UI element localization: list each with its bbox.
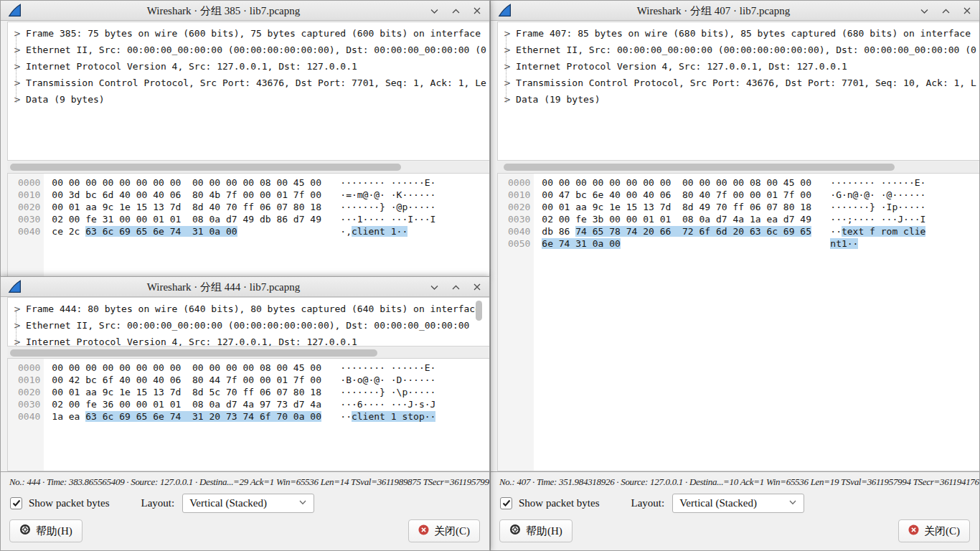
hex-row[interactable]: 002000 01 aa 9c 1e 15 13 7d 8d 49 70 ff … (498, 202, 979, 214)
chevron-down-icon (298, 497, 307, 509)
scrollbar-thumb[interactable] (10, 349, 377, 357)
horizontal-scrollbar[interactable] (7, 161, 488, 173)
bytes-text: ·· (830, 226, 842, 237)
hex-row[interactable]: 000000 00 00 00 00 00 00 00 00 00 00 00 … (8, 177, 489, 189)
wireshark-logo-icon (7, 279, 22, 297)
layout-dropdown[interactable]: Vertical (Stacked) (182, 494, 314, 513)
packet-details-pane: >Frame 444: 80 bytes on wire (640 bits),… (7, 297, 489, 347)
hex-row[interactable]: 00506e 74 31 0a 00nt1·· (498, 238, 979, 250)
show-packet-bytes-checkbox[interactable] (10, 497, 22, 509)
bytes-text: ········ ······E· (340, 177, 435, 188)
expander-icon[interactable]: > (14, 29, 21, 39)
help-button[interactable]: 帮助(H) (499, 519, 573, 542)
ascii-bytes: ········ ······E· (340, 177, 435, 188)
packet-tree-row[interactable]: >Ethernet II, Src: 00:00:00_00:00:00 (00… (498, 44, 979, 61)
packet-tree-row[interactable]: >Frame 385: 75 bytes on wire (600 bits),… (8, 28, 489, 44)
expander-icon[interactable]: > (504, 62, 511, 72)
close-circle-icon (908, 524, 919, 538)
bytes-text: ·······} ·\p····· (340, 387, 435, 397)
packet-tree-row[interactable]: >Frame 444: 80 bytes on wire (640 bits),… (8, 303, 489, 320)
layout-label: Layout: (141, 497, 174, 509)
wireshark-packet-window-444: Wireshark · 分组 444 · lib7.pcapng >Frame … (0, 276, 490, 551)
horizontal-scrollbar[interactable] (7, 347, 488, 359)
horizontal-scrollbar[interactable] (497, 161, 978, 173)
hex-row[interactable]: 001000 47 bc 6e 40 00 40 06 80 40 7f 00 … (498, 189, 979, 202)
titlebar[interactable]: Wireshark · 分组 444 · lib7.pcapng (1, 277, 489, 297)
minimize-button[interactable] (919, 6, 929, 16)
hex-row[interactable]: 000000 00 00 00 00 00 00 00 00 00 00 00 … (8, 362, 489, 375)
minimize-button[interactable] (429, 282, 439, 292)
expander-icon[interactable]: > (14, 321, 21, 331)
packet-tree-row[interactable]: >Internet Protocol Version 4, Src: 127.0… (498, 61, 979, 77)
wireshark-packet-window-385: Wireshark · 分组 385 · lib7.pcapng >Frame … (0, 0, 490, 277)
titlebar[interactable]: Wireshark · 分组 407 · lib7.pcapng (491, 1, 979, 21)
ascii-bytes: ·······} ·Ip····· (830, 202, 925, 212)
hex-offset: 0000 (498, 177, 530, 188)
selected-bytes: nt1·· (830, 238, 858, 249)
packet-tree-row[interactable]: >Data (9 bytes) (8, 94, 489, 110)
expander-icon[interactable]: > (14, 337, 21, 347)
expander-icon[interactable]: > (504, 45, 511, 55)
close-circle-icon (418, 524, 429, 538)
titlebar[interactable]: Wireshark · 分组 385 · lib7.pcapng (1, 1, 489, 21)
ascii-bytes: ··client 1 stop·· (340, 411, 435, 422)
packet-tree-row[interactable]: >Data (19 bytes) (498, 94, 979, 110)
hex-offset: 0030 (8, 399, 40, 410)
packet-tree-row[interactable]: >Internet Protocol Version 4, Src: 127.0… (8, 336, 489, 347)
hex-row[interactable]: 002000 01 aa 9c 1e 15 13 7d 8d 5c 70 ff … (8, 387, 489, 399)
expander-icon[interactable]: > (14, 62, 21, 72)
expander-icon[interactable]: > (14, 304, 21, 314)
hex-row[interactable]: 003002 00 fe 3b 00 00 01 01 08 0a d7 4a … (498, 214, 979, 226)
hex-bytes: 02 00 fe 31 00 00 01 01 08 0a d7 49 db 8… (52, 214, 324, 225)
hex-row[interactable]: 001000 42 bc 6f 40 00 40 06 80 44 7f 00 … (8, 375, 489, 387)
expander-icon[interactable]: > (14, 95, 21, 105)
show-packet-bytes-checkbox[interactable] (500, 497, 512, 509)
expander-icon[interactable]: > (504, 78, 511, 88)
packet-tree-row[interactable]: >Frame 407: 85 bytes on wire (680 bits),… (498, 28, 979, 44)
packet-tree-label: Ethernet II, Src: 00:00:00_00:00:00 (00:… (26, 44, 486, 55)
expander-icon[interactable]: > (14, 45, 21, 55)
hex-row[interactable]: 000000 00 00 00 00 00 00 00 00 00 00 00 … (498, 177, 979, 189)
maximize-button[interactable] (941, 6, 951, 16)
maximize-button[interactable] (451, 282, 461, 292)
hex-row[interactable]: 003002 00 fe 31 00 00 01 01 08 0a d7 49 … (8, 214, 489, 226)
scrollbar-thumb[interactable] (504, 164, 895, 171)
bytes-text: ···;···· ···J···I (830, 214, 925, 225)
window-title: Wireshark · 分组 407 · lib7.pcapng (519, 1, 908, 21)
packet-tree-row[interactable]: >Ethernet II, Src: 00:00:00_00:00:00 (00… (8, 44, 489, 61)
minimize-button[interactable] (429, 6, 439, 16)
scrollbar-thumb[interactable] (10, 164, 401, 171)
packet-tree-row[interactable]: >Ethernet II, Src: 00:00:00_00:00:00 (00… (8, 320, 489, 336)
help-button-label: 帮助(H) (526, 524, 562, 538)
hex-offset: 0000 (8, 362, 40, 373)
hex-row[interactable]: 003002 00 fe 36 00 00 01 01 08 0a d7 4a … (8, 399, 489, 411)
close-window-icon[interactable] (472, 6, 482, 16)
hex-row[interactable]: 0040ce 2c 63 6c 69 65 6e 74 31 0a 00·,cl… (8, 226, 489, 238)
hex-bytes: 6e 74 31 0a 00 (542, 238, 814, 249)
vertical-scrollbar-thumb[interactable] (476, 301, 482, 321)
packet-summary-statusbar: No.: 407 · Time: 351.984318926 · Source:… (491, 471, 979, 490)
close-button[interactable]: 关闭(C) (408, 519, 480, 542)
window-title: Wireshark · 分组 444 · lib7.pcapng (29, 277, 418, 297)
hex-row[interactable]: 002000 01 aa 9c 1e 15 13 7d 8d 40 70 ff … (8, 202, 489, 214)
hex-offset: 0020 (8, 202, 40, 212)
expander-icon[interactable]: > (504, 95, 511, 105)
close-window-icon[interactable] (472, 282, 482, 292)
packet-tree-label: Transmission Control Protocol, Src Port:… (516, 77, 976, 88)
expander-icon[interactable]: > (14, 78, 21, 88)
maximize-button[interactable] (451, 6, 461, 16)
hex-row[interactable]: 0040db 86 74 65 78 74 20 66 72 6f 6d 20 … (498, 226, 979, 238)
close-window-icon[interactable] (962, 6, 972, 16)
bytes-text: 00 01 aa 9c 1e 15 13 7d 8d 5c 70 ff 06 0… (52, 387, 321, 397)
expander-icon[interactable]: > (504, 29, 511, 39)
wireshark-packet-window-407: Wireshark · 分组 407 · lib7.pcapng >Frame … (490, 0, 980, 551)
help-button[interactable]: 帮助(H) (9, 519, 83, 542)
packet-tree-row[interactable]: >Transmission Control Protocol, Src Port… (498, 77, 979, 94)
layout-dropdown[interactable]: Vertical (Stacked) (672, 494, 804, 513)
packet-tree-row[interactable]: >Transmission Control Protocol, Src Port… (8, 77, 489, 94)
hex-row[interactable]: 00401a ea 63 6c 69 65 6e 74 31 20 73 74 … (8, 411, 489, 423)
close-button[interactable]: 关闭(C) (898, 519, 970, 542)
bytes-text: ·······} ·Ip····· (830, 202, 925, 212)
hex-row[interactable]: 001000 3d bc 6d 40 00 40 06 80 4b 7f 00 … (8, 189, 489, 202)
packet-tree-row[interactable]: >Internet Protocol Version 4, Src: 127.0… (8, 61, 489, 77)
